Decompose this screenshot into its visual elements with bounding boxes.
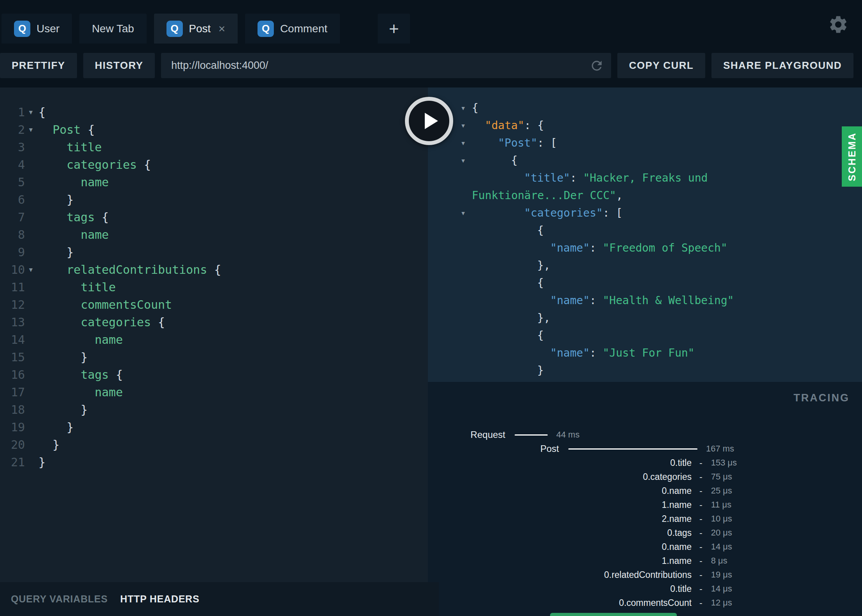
- editor-line[interactable]: 10▾ relatedContributions {: [0, 261, 428, 278]
- result-line: ▾{: [428, 152, 862, 169]
- result-code: {: [537, 327, 544, 344]
- settings-button[interactable]: [828, 14, 849, 35]
- editor-line[interactable]: 21}: [0, 453, 428, 471]
- result-line: "title": "Hacker, Freaks und: [428, 169, 862, 187]
- result-code: },: [537, 257, 550, 274]
- code-text: }: [39, 348, 88, 366]
- editor-line[interactable]: 17 name: [0, 383, 428, 401]
- http-headers-tab[interactable]: HTTP HEADERS: [120, 593, 200, 605]
- editor-line[interactable]: 14 name: [0, 331, 428, 348]
- tracing-label: 0.relatedContributions: [428, 570, 692, 580]
- collapse-arrow-icon[interactable]: ▾: [461, 204, 466, 222]
- editor-line[interactable]: 20 }: [0, 436, 428, 453]
- play-icon: [425, 113, 438, 129]
- code-text: {: [39, 103, 46, 121]
- tracing-label: 0.categories: [428, 472, 692, 482]
- tracing-row: 0.categories-75 μs: [428, 470, 862, 484]
- editor-line[interactable]: 11 title: [0, 278, 428, 296]
- top-bar: QUserNew TabQPost×QComment + PRETTIFY HI…: [0, 0, 862, 88]
- collapse-arrow-icon[interactable]: ▾: [461, 134, 466, 152]
- new-tab-button[interactable]: +: [378, 14, 410, 44]
- result-code: "data": {: [485, 117, 544, 134]
- url-input[interactable]: [161, 53, 611, 78]
- line-number: 17: [0, 383, 25, 401]
- line-number: 10: [0, 261, 25, 278]
- results-pane: ▾{▾"data": {▾"Post": [▾{"title": "Hacker…: [428, 88, 862, 382]
- tab-user[interactable]: QUser: [2, 14, 72, 44]
- tracing-separator: -: [699, 570, 703, 580]
- schema-sidebar-tab[interactable]: SCHEMA: [842, 126, 862, 187]
- editor-line[interactable]: 15 }: [0, 348, 428, 366]
- line-number: 14: [0, 331, 25, 348]
- editor-line[interactable]: 19 }: [0, 418, 428, 436]
- collapse-arrow-icon[interactable]: ▾: [461, 152, 466, 169]
- tracing-label: 1.name: [428, 556, 692, 566]
- line-number: 7: [0, 208, 25, 226]
- code-text: tags {: [39, 366, 123, 383]
- graphql-logo-badge: Q: [166, 21, 183, 37]
- partial-row-highlight: [550, 613, 677, 616]
- editor-line[interactable]: 6 }: [0, 191, 428, 208]
- query-editor-pane[interactable]: 1▾{2▾ Post {3 title4 categories {5 name6…: [0, 88, 428, 616]
- execute-button[interactable]: [405, 97, 453, 145]
- code-text: title: [39, 278, 116, 296]
- tracing-rows: Request44 msPost167 ms0.title-153 μs0.ca…: [428, 428, 862, 610]
- editor-line[interactable]: 18 }: [0, 401, 428, 418]
- code-text: }: [39, 401, 88, 418]
- tracing-time: 167 ms: [706, 444, 734, 454]
- tracing-row: 0.relatedContributions-19 μs: [428, 568, 862, 582]
- editor-line[interactable]: 7 tags {: [0, 208, 428, 226]
- editor-line[interactable]: 1▾{: [0, 103, 428, 121]
- refresh-button[interactable]: [589, 58, 604, 73]
- result-code: "Post": [: [498, 134, 557, 152]
- code-text: }: [39, 418, 74, 436]
- editor-line[interactable]: 2▾ Post {: [0, 121, 428, 138]
- result-line: ▾{: [428, 99, 862, 117]
- editor-line[interactable]: 13 categories {: [0, 313, 428, 331]
- fold-arrow-icon[interactable]: ▾: [28, 103, 33, 121]
- line-number: 4: [0, 156, 25, 173]
- editor-line[interactable]: 12 commentsCount: [0, 296, 428, 313]
- graphql-logo-badge: Q: [14, 21, 30, 37]
- tracing-row: 0.title-153 μs: [428, 456, 862, 470]
- prettify-button[interactable]: PRETTIFY: [0, 53, 77, 78]
- editor-line[interactable]: 3 title: [0, 138, 428, 156]
- tracing-row: 0.name-25 μs: [428, 484, 862, 498]
- fold-arrow-icon[interactable]: ▾: [28, 261, 33, 278]
- query-variables-tab[interactable]: QUERY VARIABLES: [11, 593, 108, 605]
- result-line: },: [428, 309, 862, 327]
- editor-line[interactable]: 8 name: [0, 226, 428, 243]
- tab-post[interactable]: QPost×: [154, 14, 238, 44]
- tracing-label: 1.name: [428, 500, 692, 510]
- tab-comment[interactable]: QComment: [245, 14, 340, 44]
- tab-label: User: [37, 23, 60, 35]
- result-code: {: [537, 222, 544, 239]
- line-number: 6: [0, 191, 25, 208]
- tab-close-icon[interactable]: ×: [219, 22, 226, 35]
- collapse-arrow-icon[interactable]: ▾: [461, 117, 466, 134]
- tracing-row: 2.name-10 μs: [428, 512, 862, 526]
- tracing-time: 11 μs: [711, 500, 732, 510]
- tracing-separator: -: [699, 556, 703, 566]
- result-code: }: [537, 362, 544, 379]
- editor-line[interactable]: 16 tags {: [0, 366, 428, 383]
- line-number: 1: [0, 103, 25, 121]
- tab-new-tab[interactable]: New Tab: [79, 14, 146, 44]
- share-playground-button[interactable]: SHARE PLAYGROUND: [711, 53, 853, 78]
- fold-arrow-icon[interactable]: ▾: [28, 121, 33, 138]
- editor-line[interactable]: 5 name: [0, 173, 428, 191]
- copy-curl-button[interactable]: COPY CURL: [617, 53, 705, 78]
- tracing-row: Request44 ms: [428, 428, 862, 442]
- history-button[interactable]: HISTORY: [83, 53, 155, 78]
- editor-line[interactable]: 4 categories {: [0, 156, 428, 173]
- collapse-arrow-icon[interactable]: ▾: [461, 99, 466, 117]
- tracing-label: 0.title: [428, 584, 692, 594]
- query-editor[interactable]: 1▾{2▾ Post {3 title4 categories {5 name6…: [0, 103, 428, 471]
- result-code: "categories": [: [524, 204, 622, 222]
- code-text: name: [39, 226, 109, 243]
- result-line: "name": "Freedom of Speech": [428, 239, 862, 257]
- tracing-row: 1.name-8 μs: [428, 554, 862, 568]
- tab-label: Comment: [280, 23, 327, 35]
- editor-line[interactable]: 9 }: [0, 243, 428, 261]
- tracing-label: 0.commentsCount: [428, 598, 692, 608]
